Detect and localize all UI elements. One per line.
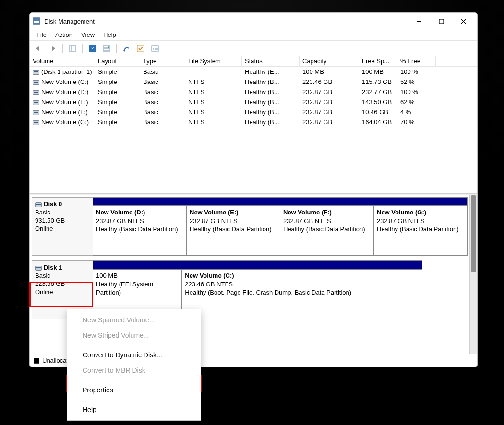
table-row[interactable]: New Volume (F:)SimpleBasicNTFSHealthy (B… bbox=[30, 107, 477, 117]
toolbar: ? bbox=[30, 41, 477, 56]
svg-rect-1 bbox=[69, 46, 76, 51]
list-view-button[interactable] bbox=[149, 43, 161, 54]
disk-icon bbox=[35, 202, 42, 207]
partition[interactable]: New Volume (E:)232.87 GB NTFSHealthy (Ba… bbox=[187, 206, 280, 256]
disk-header-bar bbox=[93, 197, 468, 206]
disk-info[interactable]: Disk 0 Basic 931.50 GB Online bbox=[32, 197, 93, 256]
svg-point-7 bbox=[124, 50, 125, 51]
back-button[interactable] bbox=[33, 43, 44, 54]
ctx-new-striped-volume[interactable]: New Striped Volume... bbox=[68, 328, 200, 343]
vertical-scrollbar[interactable] bbox=[469, 195, 477, 354]
menu-file[interactable]: File bbox=[33, 30, 50, 39]
col-layout[interactable]: Layout bbox=[95, 56, 140, 66]
ctx-help[interactable]: Help bbox=[68, 402, 200, 417]
col-volume[interactable]: Volume bbox=[30, 56, 95, 66]
maximize-button[interactable] bbox=[430, 14, 452, 28]
help-button[interactable]: ? bbox=[86, 43, 98, 54]
context-menu: New Spanned Volume... New Striped Volume… bbox=[67, 309, 201, 421]
disk-icon bbox=[35, 266, 42, 271]
forward-button[interactable] bbox=[47, 43, 59, 54]
disk-header-bar bbox=[93, 260, 422, 269]
svg-text:?: ? bbox=[91, 46, 94, 51]
action-list-button[interactable] bbox=[101, 43, 112, 54]
menu-view[interactable]: View bbox=[77, 30, 98, 39]
col-pct-free[interactable]: % Free bbox=[397, 56, 436, 66]
partition[interactable]: New Volume (C:)223.46 GB NTFSHealthy (Bo… bbox=[182, 269, 422, 319]
menu-bar: File Action View Help bbox=[30, 29, 477, 41]
ctx-convert-mbr[interactable]: Convert to MBR Disk bbox=[68, 363, 200, 378]
table-row[interactable]: New Volume (E:)SimpleBasicNTFSHealthy (B… bbox=[30, 97, 477, 107]
volume-list-header: Volume Layout Type File System Status Ca… bbox=[30, 56, 477, 67]
show-hide-console-tree-button[interactable] bbox=[67, 43, 78, 54]
volume-list: Volume Layout Type File System Status Ca… bbox=[30, 56, 477, 193]
table-row[interactable]: (Disk 1 partition 1)SimpleBasicHealthy (… bbox=[30, 67, 477, 77]
ctx-new-spanned-volume[interactable]: New Spanned Volume... bbox=[68, 312, 200, 328]
col-status[interactable]: Status bbox=[242, 56, 300, 66]
disk-row: Disk 0 Basic 931.50 GB Online New Volume… bbox=[32, 197, 468, 256]
menu-action[interactable]: Action bbox=[51, 30, 76, 39]
table-row[interactable]: New Volume (C:)SimpleBasicNTFSHealthy (B… bbox=[30, 77, 477, 87]
title-bar: Disk Management bbox=[30, 13, 477, 29]
menu-help[interactable]: Help bbox=[99, 30, 120, 39]
ctx-properties[interactable]: Properties bbox=[68, 382, 200, 398]
app-icon bbox=[33, 17, 40, 25]
partition[interactable]: New Volume (D:)232.87 GB NTFSHealthy (Ba… bbox=[93, 206, 187, 256]
col-capacity[interactable]: Capacity bbox=[300, 56, 359, 66]
partition[interactable]: New Volume (F:)232.87 GB NTFSHealthy (Ba… bbox=[280, 206, 374, 256]
legend-swatch-unallocated bbox=[34, 358, 39, 364]
table-row[interactable]: New Volume (G:)SimpleBasicNTFSHealthy (B… bbox=[30, 117, 477, 127]
minimize-button[interactable] bbox=[408, 14, 430, 28]
table-row[interactable]: New Volume (D:)SimpleBasicNTFSHealthy (B… bbox=[30, 87, 477, 97]
col-free-space[interactable]: Free Sp... bbox=[359, 56, 397, 66]
ctx-convert-dynamic[interactable]: Convert to Dynamic Disk... bbox=[68, 347, 200, 363]
settings-check-button[interactable] bbox=[135, 43, 146, 54]
col-type[interactable]: Type bbox=[140, 56, 185, 66]
col-file-system[interactable]: File System bbox=[185, 56, 242, 66]
svg-rect-8 bbox=[137, 45, 144, 52]
close-button[interactable] bbox=[452, 14, 474, 28]
window-title: Disk Management bbox=[44, 18, 95, 25]
svg-rect-0 bbox=[439, 19, 444, 24]
partition[interactable]: New Volume (G:)232.87 GB NTFSHealthy (Ba… bbox=[374, 206, 468, 256]
refresh-button[interactable] bbox=[120, 43, 132, 54]
